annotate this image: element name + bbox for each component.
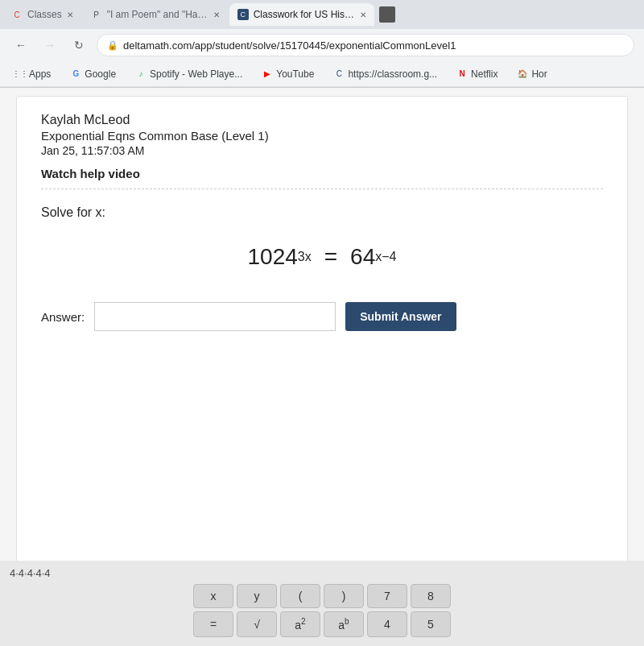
key-a-b[interactable]: ab — [324, 611, 364, 637]
bookmark-apps[interactable]: ⋮⋮ Apps — [10, 67, 56, 81]
key-x[interactable]: x — [193, 584, 233, 608]
key-a-squared[interactable]: a2 — [280, 611, 320, 637]
tab-classes[interactable]: C Classes ✕ — [3, 3, 81, 26]
left-base: 1024 — [248, 244, 298, 270]
lock-icon: 🔒 — [107, 40, 118, 51]
date-time: Jan 25, 11:57:03 AM — [41, 144, 603, 157]
answer-label: Answer: — [41, 310, 85, 324]
bookmark-label-home: Hor — [531, 68, 547, 80]
student-name: Kaylah McLeod — [41, 113, 603, 127]
bookmark-label-apps: Apps — [29, 68, 51, 80]
url-text: deltamath.com/app/student/solve/15170445… — [123, 39, 456, 52]
youtube-favicon: ▶ — [262, 68, 273, 80]
key-7[interactable]: 7 — [367, 584, 407, 608]
home-favicon: 🏠 — [517, 68, 528, 80]
key-lparen[interactable]: ( — [280, 584, 320, 608]
key-rparen[interactable]: ) — [324, 584, 364, 608]
tab-favicon-classes: C — [11, 9, 23, 20]
help-video-link[interactable]: Watch help video — [41, 167, 603, 180]
google-favicon: G — [70, 68, 81, 80]
netflix-favicon: N — [456, 68, 468, 80]
main-area: Kaylah McLeod Exponential Eqns Common Ba… — [16, 96, 628, 639]
tab-classwork[interactable]: C Classwork for US History 4th ✕ — [229, 3, 374, 26]
address-bar: ← → ↻ 🔒 deltamath.com/app/student/solve/… — [0, 29, 644, 61]
classroom-favicon: C — [333, 68, 345, 80]
tab-label-classes: Classes — [27, 9, 62, 20]
bookmark-classroom[interactable]: C https://classroom.g... — [328, 67, 442, 81]
equation-display: 10243x = 64x−4 — [41, 244, 603, 270]
bookmark-netflix[interactable]: N Netflix — [452, 67, 502, 81]
bookmark-label-youtube: YouTube — [276, 68, 314, 80]
tab-poem[interactable]: P "I am Poem" and "Haiku" Poe ✕ — [83, 3, 228, 26]
apps-favicon: ⋮⋮ — [14, 68, 26, 80]
answer-row: Answer: Submit Answer — [41, 302, 603, 331]
keyboard-row-1: x y ( ) 7 8 — [6, 584, 638, 608]
right-base: 64 — [350, 244, 375, 270]
forward-button[interactable]: → — [39, 34, 61, 56]
key-equals[interactable]: = — [193, 611, 233, 637]
bookmark-home[interactable]: 🏠 Hor — [512, 67, 551, 81]
page-content: Kaylah McLeod Exponential Eqns Common Ba… — [0, 88, 644, 646]
keyboard-row-2: = √ a2 ab 4 5 — [6, 611, 638, 637]
tab-bar: C Classes ✕ P "I am Poem" and "Haiku" Po… — [0, 0, 644, 29]
bookmarks-bar: ⋮⋮ Apps G Google ♪ Spotify - Web Playe..… — [0, 61, 644, 87]
bookmark-label-classroom: https://classroom.g... — [348, 68, 437, 80]
keyboard-area: 4·4·4·4·4 x y ( ) 7 8 = √ a2 ab 4 5 — [0, 561, 644, 646]
answer-input[interactable] — [94, 302, 336, 331]
tab-close-poem[interactable]: ✕ — [213, 10, 220, 19]
refresh-button[interactable]: ↻ — [68, 34, 90, 56]
tab-label-classwork: Classwork for US History 4th — [254, 9, 355, 20]
tab-favicon-poem: P — [91, 9, 102, 20]
bookmark-label-google: Google — [85, 68, 116, 80]
submit-button[interactable]: Submit Answer — [345, 302, 456, 331]
new-tab-button[interactable] — [379, 6, 395, 23]
bookmark-label-netflix: Netflix — [471, 68, 497, 80]
keyboard-label: 4·4·4·4·4 — [6, 567, 638, 579]
key-y[interactable]: y — [237, 584, 277, 608]
tab-favicon-classwork: C — [237, 9, 249, 20]
key-5[interactable]: 5 — [411, 611, 451, 637]
tab-label-poem: "I am Poem" and "Haiku" Poe — [107, 9, 208, 20]
bookmark-spotify[interactable]: ♪ Spotify - Web Playe... — [130, 67, 247, 81]
tab-close-classes[interactable]: ✕ — [67, 10, 73, 19]
bookmark-youtube[interactable]: ▶ YouTube — [257, 67, 319, 81]
equals-sign: = — [324, 244, 337, 270]
key-8[interactable]: 8 — [411, 584, 451, 608]
assignment-title: Exponential Eqns Common Base (Level 1) — [41, 129, 603, 143]
right-exponent: x−4 — [375, 250, 396, 264]
tab-close-classwork[interactable]: ✕ — [360, 10, 366, 19]
key-sqrt[interactable]: √ — [237, 611, 277, 637]
bookmark-label-spotify: Spotify - Web Playe... — [150, 68, 242, 80]
back-button[interactable]: ← — [10, 34, 32, 56]
solve-label: Solve for x: — [41, 205, 603, 220]
left-exponent: 3x — [298, 250, 312, 264]
key-4[interactable]: 4 — [367, 611, 407, 637]
spotify-favicon: ♪ — [135, 68, 147, 80]
section-divider — [41, 188, 603, 189]
bookmark-google[interactable]: G Google — [65, 67, 121, 81]
url-bar[interactable]: 🔒 deltamath.com/app/student/solve/151704… — [97, 34, 634, 56]
browser-chrome: C Classes ✕ P "I am Poem" and "Haiku" Po… — [0, 0, 644, 88]
